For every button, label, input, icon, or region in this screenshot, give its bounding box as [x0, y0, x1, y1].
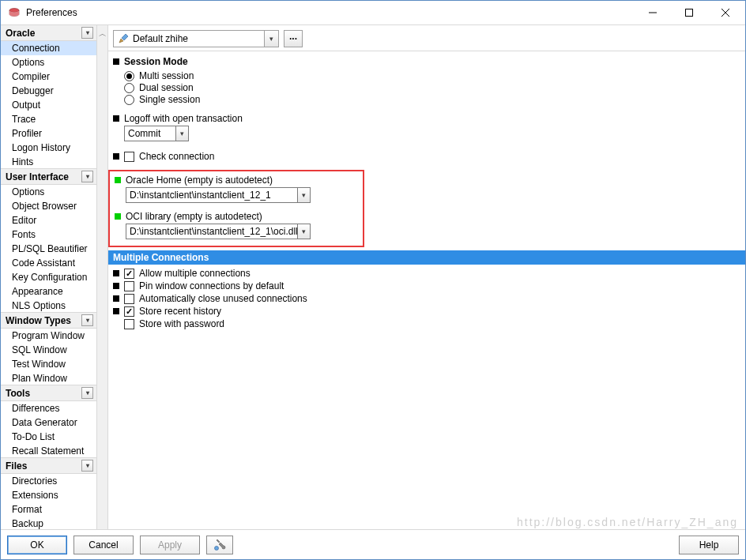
checkbox-icon: [124, 281, 134, 291]
sidebar-item-hints[interactable]: Hints: [1, 155, 96, 169]
sidebar-item-code-assistant[interactable]: Code Assistant: [1, 256, 96, 270]
help-button[interactable]: Help: [679, 536, 739, 554]
sidebar-item-key-configuration[interactable]: Key Configuration: [1, 270, 96, 284]
radio-icon: [124, 95, 134, 105]
sidebar-item-logon-history[interactable]: Logon History: [1, 141, 96, 155]
check-connection-checkbox[interactable]: Check connection: [124, 151, 742, 162]
sidebar-item-trace[interactable]: Trace: [1, 112, 96, 126]
category-header-files[interactable]: Files▾: [1, 457, 96, 474]
ok-button[interactable]: OK: [7, 536, 67, 554]
radio-multi-session[interactable]: Multi session: [124, 70, 742, 81]
checkbox-icon: [124, 269, 134, 279]
oracle-home-combo[interactable]: D:\instantclient\instantclient_12_1 ▾: [126, 187, 311, 203]
category-label: Window Types: [6, 315, 71, 326]
autoclose-checkbox[interactable]: Automatically close unused connections: [124, 293, 742, 304]
scope-row: Default zhihe ▾ ···: [108, 25, 745, 51]
window-title: Preferences: [26, 7, 635, 18]
sidebar: Oracle▾ConnectionOptionsCompilerDebugger…: [1, 25, 96, 529]
sidebar-item-object-browser[interactable]: Object Browser: [1, 199, 96, 213]
sidebar-item-extensions[interactable]: Extensions: [1, 488, 96, 502]
chevron-down-icon[interactable]: ▾: [81, 171, 93, 182]
sidebar-item-format[interactable]: Format: [1, 502, 96, 517]
scope-value: Default zhihe: [133, 33, 188, 44]
sidebar-item-test-window[interactable]: Test Window: [1, 357, 96, 371]
logoff-combo[interactable]: Commit ▾: [124, 126, 189, 141]
chevron-down-icon[interactable]: ▾: [81, 314, 93, 326]
sidebar-item-nls-options[interactable]: NLS Options: [1, 299, 96, 313]
store-password-checkbox[interactable]: Store with password: [124, 318, 742, 329]
category-label: User Interface: [6, 171, 69, 182]
checkbox-icon: [124, 294, 134, 304]
sidebar-collapse-icon[interactable]: ︿: [96, 25, 107, 529]
oci-library-combo[interactable]: D:\instantclient\instantclient_12_1\oci.…: [126, 224, 311, 239]
checkbox-label: Store with password: [139, 318, 224, 329]
settings-panel: Session Mode Multi session Dual session …: [108, 51, 745, 529]
svg-point-0: [9, 9, 19, 13]
store-recent-checkbox[interactable]: Store recent history: [124, 306, 742, 317]
cancel-button[interactable]: Cancel: [73, 536, 134, 554]
scope-browse-button[interactable]: ···: [284, 30, 303, 47]
sidebar-item-program-window[interactable]: Program Window: [1, 329, 96, 343]
allow-multiple-checkbox[interactable]: Allow multiple connections: [124, 268, 742, 279]
checkbox-icon: [124, 152, 134, 162]
radio-icon: [124, 71, 134, 81]
chevron-down-icon: ▾: [297, 188, 310, 202]
sidebar-item-data-generator[interactable]: Data Generator: [1, 415, 96, 430]
checkbox-label: Check connection: [139, 151, 214, 162]
radio-dual-session[interactable]: Dual session: [124, 82, 742, 93]
pin-window-checkbox[interactable]: Pin window connections by default: [124, 280, 742, 291]
category-header-window-types[interactable]: Window Types▾: [1, 312, 96, 329]
sidebar-item-to-do-list[interactable]: To-Do List: [1, 430, 96, 444]
chevron-down-icon[interactable]: ▾: [81, 27, 93, 39]
config-icon-button[interactable]: [206, 536, 233, 554]
minimize-button[interactable]: [635, 1, 671, 24]
apply-button[interactable]: Apply: [140, 536, 200, 554]
logoff-group: Logoff with open transaction Commit ▾: [113, 113, 742, 141]
footer: OK Cancel Apply Help: [1, 529, 745, 559]
category-label: Files: [6, 460, 27, 472]
sidebar-item-recall-statement[interactable]: Recall Statement: [1, 444, 96, 458]
sidebar-item-directories[interactable]: Directories: [1, 474, 96, 488]
sidebar-item-pl-sql-beautifier[interactable]: PL/SQL Beautifier: [1, 242, 96, 256]
autoclose-group: Automatically close unused connections: [113, 293, 742, 304]
oracle-home-label: Oracle Home (empty is autodetect): [126, 175, 358, 186]
sidebar-item-debugger[interactable]: Debugger: [1, 84, 96, 98]
oci-library-group: OCI library (empty is autodetect) D:\ins…: [115, 211, 358, 239]
chevron-down-icon: ▾: [264, 31, 278, 47]
sidebar-item-backup[interactable]: Backup: [1, 517, 96, 529]
maximize-button[interactable]: [671, 1, 707, 24]
radio-single-session[interactable]: Single session: [124, 94, 742, 105]
sidebar-item-differences[interactable]: Differences: [1, 401, 96, 415]
sidebar-item-connection[interactable]: Connection: [1, 41, 96, 55]
sidebar-item-options[interactable]: Options: [1, 55, 96, 70]
sidebar-item-output[interactable]: Output: [1, 98, 96, 112]
window-controls: [635, 1, 744, 24]
sidebar-item-editor[interactable]: Editor: [1, 213, 96, 227]
chevron-down-icon[interactable]: ▾: [81, 387, 93, 399]
category-header-user-interface[interactable]: User Interface▾: [1, 168, 96, 185]
titlebar: Preferences: [1, 1, 745, 24]
sidebar-item-appearance[interactable]: Appearance: [1, 284, 96, 299]
category-label: Oracle: [6, 28, 35, 39]
radio-label: Dual session: [139, 82, 194, 93]
sidebar-item-fonts[interactable]: Fonts: [1, 227, 96, 242]
svg-point-5: [215, 546, 219, 550]
scope-select[interactable]: Default zhihe ▾: [113, 30, 279, 47]
sidebar-item-sql-window[interactable]: SQL Window: [1, 343, 96, 357]
sidebar-item-compiler[interactable]: Compiler: [1, 70, 96, 84]
check-connection-group: Check connection: [113, 151, 742, 162]
svg-rect-2: [686, 9, 693, 17]
sidebar-item-options[interactable]: Options: [1, 185, 96, 199]
chevron-down-icon[interactable]: ▾: [81, 460, 93, 472]
session-mode-group: Session Mode Multi session Dual session …: [113, 56, 742, 105]
close-button[interactable]: [707, 1, 744, 24]
oci-library-label: OCI library (empty is autodetect): [126, 211, 358, 222]
allow-multiple-group: Allow multiple connections: [113, 268, 742, 279]
sidebar-item-profiler[interactable]: Profiler: [1, 126, 96, 141]
sidebar-item-plan-window[interactable]: Plan Window: [1, 371, 96, 385]
category-header-oracle[interactable]: Oracle▾: [1, 25, 96, 41]
logoff-value: Commit: [128, 128, 160, 139]
checkbox-label: Allow multiple connections: [139, 268, 251, 279]
checkbox-label: Store recent history: [139, 306, 221, 317]
category-header-tools[interactable]: Tools▾: [1, 385, 96, 401]
